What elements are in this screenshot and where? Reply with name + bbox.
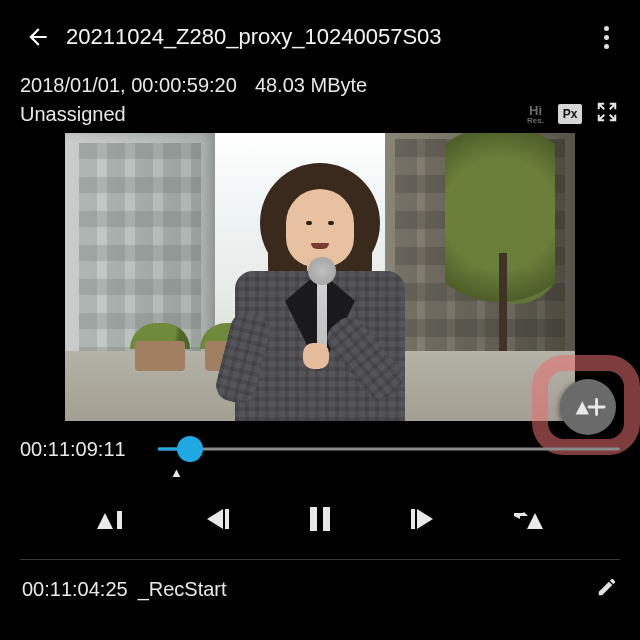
scrubber-thumb[interactable]	[177, 436, 203, 462]
proxy-badge[interactable]: Px	[558, 104, 582, 124]
pencil-icon	[596, 576, 618, 598]
app-header: 20211024_Z280_proxy_10240057S03	[20, 0, 620, 60]
svg-rect-1	[225, 509, 229, 529]
play-pause-button[interactable]	[298, 499, 342, 539]
back-button[interactable]	[20, 19, 56, 55]
event-label: _RecStart	[138, 578, 227, 601]
mark-in-button[interactable]	[90, 499, 134, 539]
mark-out-button[interactable]	[506, 499, 550, 539]
svg-rect-4	[411, 509, 415, 529]
scrubber-track[interactable]: ▲	[158, 437, 620, 461]
current-timecode: 00:11:09:11	[20, 438, 144, 461]
timeline: 00:11:09:11 ▲	[20, 421, 620, 461]
video-viewer[interactable]	[20, 133, 620, 421]
pause-icon	[303, 504, 337, 534]
step-forward-button[interactable]	[402, 499, 446, 539]
svg-rect-0	[117, 511, 122, 529]
file-title: 20211024_Z280_proxy_10240057S03	[66, 24, 592, 50]
svg-rect-2	[310, 507, 317, 531]
svg-rect-3	[323, 507, 330, 531]
fullscreen-icon	[596, 101, 618, 123]
edit-event-button[interactable]	[596, 576, 618, 602]
clip-metadata: 2018/01/01, 00:00:59:20 48.03 MByte Unas…	[20, 60, 620, 127]
transport-controls	[20, 461, 620, 559]
fullscreen-button[interactable]	[596, 101, 618, 127]
hires-icon: HiRes.	[527, 104, 544, 125]
clip-filesize: 48.03 MByte	[255, 74, 367, 97]
event-timecode: 00:11:04:25	[22, 578, 128, 601]
step-back-icon	[199, 504, 233, 534]
video-frame	[65, 133, 575, 421]
essence-mark-indicator: ▲	[170, 465, 183, 480]
clip-date-timecode: 2018/01/01, 00:00:59:20	[20, 74, 237, 97]
step-forward-icon	[407, 504, 441, 534]
mark-out-icon	[511, 504, 545, 534]
mark-in-icon	[95, 504, 129, 534]
arrow-left-icon	[25, 24, 51, 50]
essence-mark-row[interactable]: 00:11:04:25 _RecStart	[20, 560, 620, 602]
assignment-status: Unassigned	[20, 103, 126, 126]
overflow-menu-button[interactable]	[592, 26, 620, 49]
step-back-button[interactable]	[194, 499, 238, 539]
